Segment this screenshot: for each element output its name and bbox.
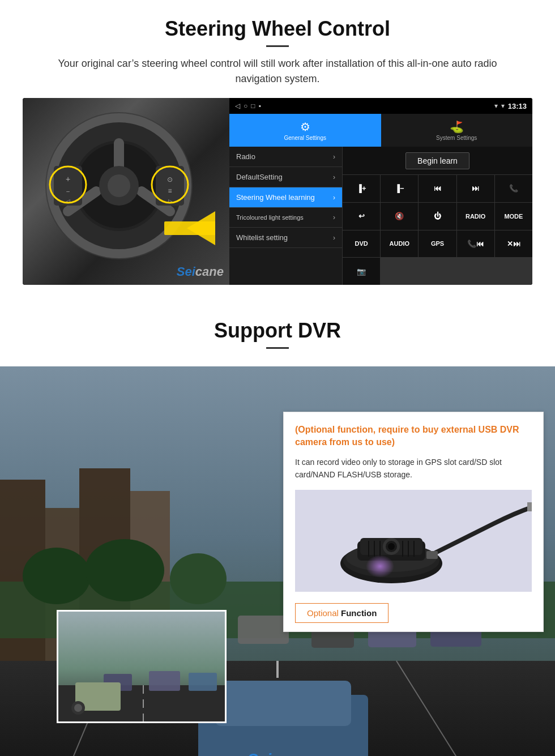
nav-icons: ◁ ○ □ ▪ bbox=[235, 102, 261, 110]
back-icon[interactable]: ◁ bbox=[235, 102, 240, 110]
ctrl-next[interactable]: ⏭ bbox=[457, 175, 494, 202]
android-ui: ◁ ○ □ ▪ ▾ ▾ 13:13 ⚙ General Settings bbox=[229, 98, 532, 285]
optional-text-part: Optional bbox=[307, 608, 339, 618]
control-panel: Begin learn ▐+ ▐− ⏮ ⏭ 📞 ↩ 🔇 ⏻ RADIO bbox=[343, 147, 532, 285]
ctrl-phone-prev[interactable]: 📞⏮ bbox=[457, 230, 494, 258]
svg-rect-47 bbox=[189, 673, 217, 691]
svg-rect-46 bbox=[149, 671, 180, 691]
menu-item-radio-label: Radio bbox=[236, 152, 255, 161]
dvr-header: Support DVR bbox=[0, 302, 555, 366]
menu-list: Radio › DefaultSetting › Steering Wheel … bbox=[229, 147, 343, 285]
ctrl-hangup[interactable]: ↩ bbox=[343, 203, 380, 230]
begin-learn-row: Begin learn bbox=[343, 147, 532, 175]
ctrl-vol-up[interactable]: ▐+ bbox=[343, 175, 380, 202]
home-icon[interactable]: ○ bbox=[244, 102, 247, 110]
menu-item-defaultsetting[interactable]: DefaultSetting › bbox=[229, 167, 342, 187]
ctrl-dvd[interactable]: DVD bbox=[343, 230, 380, 258]
menu-item-radio[interactable]: Radio › bbox=[229, 147, 342, 167]
dvr-optional-text: (Optional function, require to buy exter… bbox=[295, 424, 532, 449]
page-title: Steering Wheel Control bbox=[23, 17, 532, 41]
ctrl-prev[interactable]: ⏮ bbox=[419, 175, 456, 202]
chevron-icon-4: › bbox=[333, 213, 335, 221]
chevron-icon: › bbox=[333, 153, 335, 161]
svg-text:≡: ≡ bbox=[168, 187, 172, 195]
svg-text:–: – bbox=[66, 188, 70, 194]
wifi-icon: ▾ bbox=[501, 102, 505, 110]
begin-learn-button[interactable]: Begin learn bbox=[405, 152, 469, 169]
tab-general-settings-label: General Settings bbox=[284, 135, 327, 141]
svg-rect-21 bbox=[164, 221, 215, 235]
svg-point-30 bbox=[170, 553, 227, 604]
steering-photo: + – ◁ ⊙ ≡ ▷ Seicane bbox=[23, 98, 229, 285]
menu-item-steering-learning[interactable]: Steering Wheel learning › bbox=[229, 187, 342, 208]
signal-icon: ▾ bbox=[494, 102, 498, 110]
status-time: 13:13 bbox=[508, 102, 527, 110]
svg-text:+: + bbox=[66, 174, 70, 183]
menu-item-whitelist[interactable]: Whitelist setting › bbox=[229, 228, 342, 248]
system-icon: ⛳ bbox=[450, 120, 464, 134]
ctrl-vol-down[interactable]: ▐− bbox=[381, 175, 418, 202]
svg-point-29 bbox=[85, 539, 164, 601]
menu-item-defaultsetting-label: DefaultSetting bbox=[236, 173, 283, 181]
ctrl-radio[interactable]: RADIO bbox=[457, 203, 494, 230]
ctrl-mute[interactable]: 🔇 bbox=[381, 203, 418, 230]
svg-rect-41 bbox=[215, 681, 351, 726]
ctrl-power[interactable]: ⏻ bbox=[419, 203, 456, 230]
menu-item-steering-label: Steering Wheel learning bbox=[236, 193, 315, 202]
menu-item-tricoloured-label: Tricoloured light settings bbox=[236, 214, 304, 221]
dvr-inset-image bbox=[57, 610, 227, 723]
chevron-icon-5: › bbox=[333, 234, 335, 242]
ctrl-audio[interactable]: AUDIO bbox=[381, 230, 418, 258]
ctrl-extra[interactable]: 📷 bbox=[343, 258, 380, 285]
menu-item-tricoloured[interactable]: Tricoloured light settings › bbox=[229, 208, 342, 228]
dvr-background: Seicane bbox=[0, 366, 555, 756]
svg-text:⊙: ⊙ bbox=[167, 176, 173, 183]
control-button-grid: ▐+ ▐− ⏮ ⏭ 📞 ↩ 🔇 ⏻ RADIO MODE DVD AUDIO bbox=[343, 175, 532, 285]
menu-item-whitelist-label: Whitelist setting bbox=[236, 233, 288, 242]
tab-system-settings[interactable]: ⛳ System Settings bbox=[381, 114, 533, 147]
ctrl-phone-next[interactable]: ✕⏭ bbox=[495, 230, 532, 258]
svg-point-59 bbox=[388, 543, 395, 550]
svg-point-66 bbox=[366, 555, 394, 578]
ctrl-phone[interactable]: 📞 bbox=[495, 175, 532, 202]
dvr-divider bbox=[266, 347, 289, 349]
dvr-title: Support DVR bbox=[23, 319, 532, 343]
optional-function-button[interactable]: Optional Function bbox=[295, 600, 532, 623]
svg-point-8 bbox=[108, 174, 130, 197]
tab-system-settings-label: System Settings bbox=[436, 135, 477, 141]
svg-point-50 bbox=[74, 704, 82, 712]
section-subtitle: Your original car’s steering wheel contr… bbox=[51, 56, 504, 87]
dvr-description: It can record video only to storage in G… bbox=[295, 456, 532, 481]
gear-icon: ⚙ bbox=[300, 120, 310, 134]
chevron-icon-2: › bbox=[333, 173, 335, 181]
dvr-section: Support DVR bbox=[0, 302, 555, 756]
steering-section: Steering Wheel Control Your original car… bbox=[0, 0, 555, 296]
status-bar: ◁ ○ □ ▪ ▾ ▾ 13:13 bbox=[229, 98, 532, 114]
status-right: ▾ ▾ 13:13 bbox=[494, 102, 527, 110]
steering-demo: + – ◁ ⊙ ≡ ▷ Seicane bbox=[23, 98, 532, 285]
ctrl-gps[interactable]: GPS bbox=[419, 230, 456, 258]
title-divider bbox=[266, 45, 289, 47]
recent-icon[interactable]: □ bbox=[251, 102, 255, 110]
dvr-watermark: Seicane bbox=[247, 750, 308, 756]
function-text-part: Function bbox=[341, 608, 377, 618]
svg-rect-36 bbox=[238, 616, 289, 644]
top-tabs: ⚙ General Settings ⛳ System Settings bbox=[229, 114, 532, 147]
android-menu: Radio › DefaultSetting › Steering Wheel … bbox=[229, 147, 532, 285]
watermark-steering: Seicane bbox=[177, 264, 224, 279]
ctrl-mode[interactable]: MODE bbox=[495, 203, 532, 230]
dvr-info-card: (Optional function, require to buy exter… bbox=[283, 412, 544, 632]
svg-rect-68 bbox=[426, 551, 438, 559]
menu-icon[interactable]: ▪ bbox=[259, 102, 261, 110]
svg-point-28 bbox=[23, 548, 91, 604]
tab-general-settings[interactable]: ⚙ General Settings bbox=[229, 114, 381, 147]
chevron-icon-3: › bbox=[333, 194, 335, 202]
dvr-camera-image bbox=[295, 490, 532, 592]
